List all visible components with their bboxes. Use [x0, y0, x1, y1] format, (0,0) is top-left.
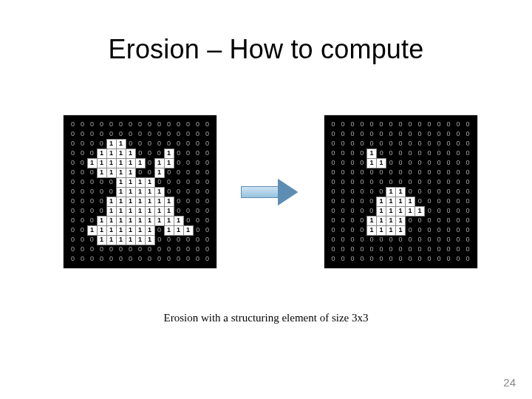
matrix-cell: 0: [202, 225, 212, 235]
matrix-cell: 0: [386, 149, 396, 158]
matrix-cell: 1: [97, 168, 106, 177]
matrix-cell: 0: [183, 120, 193, 129]
matrix-cell: 0: [367, 187, 377, 197]
matrix-cell: 0: [126, 245, 135, 254]
matrix-cell: 1: [406, 197, 415, 206]
matrix-cell: 0: [97, 245, 106, 254]
matrix-cell: 1: [97, 149, 106, 158]
matrix-cell: 0: [358, 139, 367, 149]
matrix-cell: 0: [145, 168, 154, 177]
matrix-cell: 0: [174, 235, 183, 245]
matrix-cell: 0: [78, 168, 87, 177]
matrix-cell: 0: [396, 177, 406, 187]
matrix-cell: 0: [174, 158, 183, 168]
matrix-cell: 0: [78, 225, 87, 235]
matrix-cell: 1: [116, 225, 126, 235]
matrix-cell: 0: [425, 216, 434, 225]
matrix-cell: 0: [87, 168, 97, 177]
matrix-cell: 0: [329, 254, 338, 264]
matrix-cell: 0: [367, 254, 377, 264]
matrix-cell: 1: [145, 216, 154, 225]
matrix-cell: 1: [164, 149, 174, 158]
matrix-cell: 0: [434, 245, 444, 254]
matrix-cell: 0: [329, 120, 338, 129]
matrix-cell: 0: [183, 254, 193, 264]
matrix-cell: 0: [174, 120, 183, 129]
matrix-cell: 0: [106, 245, 116, 254]
matrix-cell: 1: [367, 216, 377, 225]
matrix-cell: 0: [154, 129, 164, 139]
matrix-cell: 1: [97, 235, 106, 245]
matrix-cell: 0: [454, 158, 463, 168]
matrix-cell: 1: [97, 158, 106, 168]
matrix-cell: 0: [183, 235, 193, 245]
matrix-cell: 0: [135, 120, 145, 129]
matrix-cell: 1: [97, 216, 106, 225]
matrix-cell: 0: [78, 129, 87, 139]
matrix-cell: 0: [367, 245, 377, 254]
matrix-cell: 0: [463, 216, 473, 225]
matrix-cell: 1: [106, 158, 116, 168]
matrix-cell: 0: [164, 254, 174, 264]
matrix-cell: 1: [145, 177, 154, 187]
matrix-cell: 0: [193, 168, 202, 177]
matrix-cell: 0: [145, 129, 154, 139]
matrix-cell: 0: [396, 129, 406, 139]
matrix-cell: 0: [454, 254, 463, 264]
matrix-cell: 0: [463, 149, 473, 158]
matrix-cell: 0: [358, 225, 367, 235]
matrix-cell: 0: [193, 158, 202, 168]
matrix-cell: 1: [396, 225, 406, 235]
matrix-cell: 0: [106, 120, 116, 129]
matrix-cell: 0: [174, 129, 183, 139]
matrix-cell: 0: [415, 158, 425, 168]
matrix-cell: 0: [183, 177, 193, 187]
matrix-cell: 0: [78, 254, 87, 264]
matrix-cell: 0: [338, 149, 348, 158]
matrix-cell: 0: [444, 129, 454, 139]
matrix-cell: 0: [78, 197, 87, 206]
matrix-cell: 0: [174, 187, 183, 197]
matrix-cell: 0: [358, 149, 367, 158]
matrix-cell: 0: [338, 168, 348, 177]
matrix-cell: 0: [463, 177, 473, 187]
matrix-cell: 0: [434, 149, 444, 158]
matrix-cell: 0: [68, 139, 78, 149]
matrix-cell: 0: [78, 177, 87, 187]
matrix-cell: 0: [97, 206, 106, 216]
matrix-cell: 1: [164, 225, 174, 235]
matrix-cell: 0: [68, 235, 78, 245]
matrix-cell: 0: [434, 225, 444, 235]
matrix-cell: 1: [116, 197, 126, 206]
matrix-cell: 0: [68, 177, 78, 187]
matrix-cell: 1: [126, 206, 135, 216]
matrix-cell: 0: [126, 254, 135, 264]
matrix-cell: 0: [348, 187, 358, 197]
matrix-cell: 0: [348, 168, 358, 177]
matrix-cell: 0: [135, 139, 145, 149]
matrix-cell: 0: [116, 254, 126, 264]
caption: Erosion with a structuring element of si…: [0, 312, 532, 324]
matrix-cell: 1: [126, 187, 135, 197]
matrix-right: 0000000000000000000000000000000000000000…: [324, 115, 478, 268]
matrix-cell: 0: [415, 254, 425, 264]
matrix-cell: 0: [386, 120, 396, 129]
matrix-cell: 0: [329, 225, 338, 235]
matrix-cell: 0: [338, 225, 348, 235]
matrix-cell: 0: [406, 129, 415, 139]
matrix-cell: 1: [154, 158, 164, 168]
matrix-cell: 0: [377, 129, 386, 139]
matrix-cell: 0: [145, 158, 154, 168]
matrix-cell: 0: [193, 254, 202, 264]
matrix-cell: 0: [444, 149, 454, 158]
matrix-cell: 1: [377, 206, 386, 216]
matrix-cell: 0: [463, 168, 473, 177]
matrix-cell: 0: [78, 120, 87, 129]
matrix-cell: 1: [145, 235, 154, 245]
matrix-cell: 0: [367, 168, 377, 177]
matrix-cell: 0: [444, 168, 454, 177]
matrix-cell: 0: [348, 197, 358, 206]
matrix-cell: 0: [329, 168, 338, 177]
matrix-cell: 0: [202, 120, 212, 129]
matrix-cell: 0: [87, 197, 97, 206]
